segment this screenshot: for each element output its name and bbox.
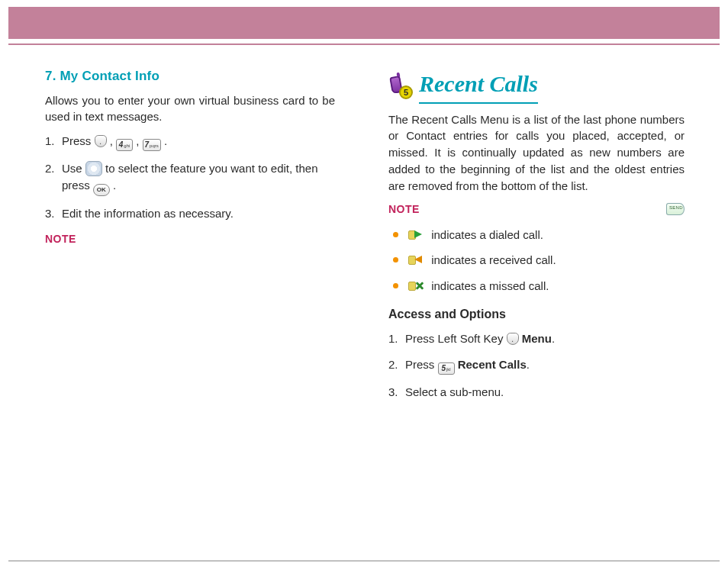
- left-soft-key-icon: [507, 333, 519, 345]
- note-label-right: NOTE: [388, 201, 420, 217]
- note-row: NOTE: [388, 201, 685, 217]
- step-2-text-b: to select the feature you want to edit, …: [105, 162, 318, 175]
- ao-step-2a: Press: [405, 358, 438, 371]
- send-key-icon: [666, 203, 685, 215]
- legend-missed-text: indicates a missed call.: [431, 279, 549, 292]
- my-contact-intro: Allows you to enter your own virtual bus…: [45, 92, 335, 126]
- step-1-text-b: ,: [110, 134, 116, 147]
- ok-key-icon: OK: [93, 184, 110, 196]
- key-4-icon: 4ghi: [116, 139, 133, 151]
- ao-step-1a: Press Left Soft Key: [405, 332, 507, 345]
- manual-page: 7. My Contact Info Allows you to enter y…: [0, 0, 728, 583]
- footer-rule: [8, 560, 720, 562]
- ao-step-2: Press 5jkl Recent Calls.: [388, 356, 685, 375]
- legend-missed: indicates a missed call.: [388, 278, 685, 295]
- step-2-text-d: .: [113, 179, 116, 192]
- nav-key-icon: [85, 161, 102, 176]
- access-options-heading: Access and Options: [388, 305, 685, 323]
- recent-calls-label: Recent Calls: [458, 358, 527, 371]
- received-call-icon: [408, 254, 425, 266]
- legend-dialed: indicates a dialed call.: [388, 227, 685, 243]
- section-heading-my-contact-info: 7. My Contact Info: [45, 67, 335, 86]
- right-column: 5 Recent Calls The Recent Calls Menu is …: [364, 56, 720, 552]
- access-options-steps: Press Left Soft Key Menu. Press 5jkl Rec…: [388, 330, 685, 401]
- ao-step-3: Select a sub-menu.: [388, 384, 685, 401]
- note-label-left: NOTE: [45, 231, 335, 246]
- recent-calls-title: Recent Calls: [419, 67, 538, 104]
- step-1-text-c: ,: [136, 134, 142, 147]
- step-1-text-a: Press: [62, 134, 95, 147]
- header-rule: [8, 43, 720, 45]
- header-band: [8, 7, 720, 39]
- recent-calls-icon: 5: [388, 75, 410, 96]
- legend-received-text: indicates a received call.: [431, 253, 556, 266]
- recent-calls-badge: 5: [399, 85, 413, 99]
- missed-call-icon: [408, 280, 425, 292]
- content-columns: 7. My Contact Info Allows you to enter y…: [8, 56, 720, 552]
- key-5-icon: 5jkl: [438, 362, 455, 375]
- step-2: Use to select the feature you want to ed…: [45, 160, 335, 196]
- key-7-icon: 7pqrs: [143, 139, 161, 151]
- ao-step-2c: .: [527, 358, 530, 371]
- step-1: Press , 4ghi , 7pqrs .: [45, 133, 335, 151]
- menu-label: Menu: [522, 332, 552, 345]
- ao-step-1: Press Left Soft Key Menu.: [388, 330, 685, 347]
- step-2-text-a: Use: [62, 162, 85, 175]
- call-type-legend: indicates a dialed call. indicates a rec…: [388, 227, 685, 295]
- legend-received: indicates a received call.: [388, 252, 685, 269]
- legend-dialed-text: indicates a dialed call.: [431, 228, 543, 241]
- ao-step-1c: .: [552, 332, 555, 345]
- recent-calls-intro: The Recent Calls Menu is a list of the l…: [388, 111, 685, 195]
- dialed-call-icon: [408, 229, 425, 241]
- my-contact-steps: Press , 4ghi , 7pqrs . Use to select the…: [45, 133, 335, 222]
- left-soft-key-icon: [95, 135, 107, 147]
- left-column: 7. My Contact Info Allows you to enter y…: [8, 56, 364, 552]
- recent-calls-header: 5 Recent Calls: [388, 67, 685, 104]
- step-3: Edit the information as necessary.: [45, 205, 335, 222]
- step-1-text-d: .: [164, 134, 167, 147]
- step-2-text-c: press: [62, 179, 93, 192]
